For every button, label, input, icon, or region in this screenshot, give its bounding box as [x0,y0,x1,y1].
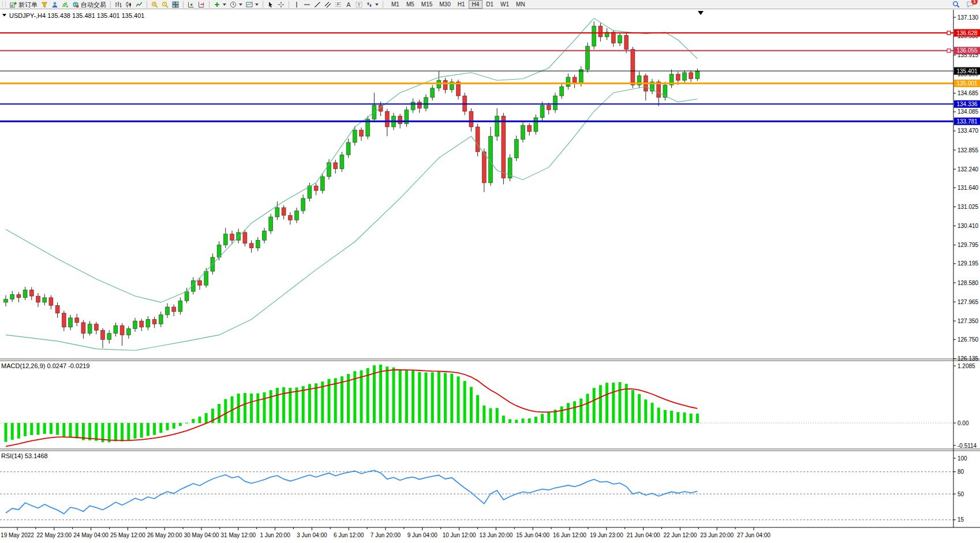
macd-bar [179,423,182,426]
candle-down [676,74,680,81]
chevron-down-icon[interactable] [239,3,242,6]
cursor-button[interactable] [265,1,276,9]
autotrading-button[interactable]: 自动交易 [70,1,108,9]
line-chart-button[interactable] [134,1,144,9]
time-tick-label[interactable]: 10 Jun 12:00 [443,532,476,538]
vertical-line-button[interactable] [291,1,302,9]
candle-up [514,139,518,158]
chart-shift-marker[interactable] [698,11,704,15]
time-tick-label[interactable]: 30 May 04:00 [184,532,219,538]
macd-bar [244,393,246,423]
time-tick-label[interactable]: 3 Jun 04:00 [297,532,327,538]
periods-button[interactable] [228,1,244,9]
level-edge-marker[interactable] [947,49,951,53]
candle-up [579,69,583,83]
timeframe-m30[interactable]: M30 [436,0,454,9]
time-tick-label[interactable]: 6 Jun 12:00 [334,532,364,538]
chevron-down-icon[interactable] [375,3,379,6]
macd-bar [690,414,693,423]
price-tick-label: 131.025 [957,204,979,210]
chevron-down-icon[interactable] [255,3,259,6]
candlesticks[interactable] [4,21,700,348]
candle-down [528,125,532,132]
macd-bar [173,423,175,429]
crosshair-button[interactable] [276,1,286,9]
timeframe-w1[interactable]: W1 [497,0,513,9]
candle-down [94,324,98,331]
text-icon: A [345,1,352,8]
symbol-dropdown-icon[interactable] [2,14,6,17]
timeframe-mn[interactable]: MN [513,0,529,9]
macd-bar [224,399,227,423]
horizontal-line-button[interactable] [302,1,312,9]
time-tick-label[interactable]: 19 Jun 23:00 [590,532,623,538]
funnel-button[interactable] [39,1,50,9]
indicators-button[interactable] [212,1,228,9]
time-tick-label[interactable]: 26 May 20:00 [147,532,182,538]
candle-down [140,321,144,327]
candle-down [469,111,473,127]
time-tick-label[interactable]: 16 Jun 12:00 [553,532,586,538]
macd-bar [579,399,582,423]
time-tick-label[interactable]: 23 Jun 20:00 [700,532,734,538]
time-tick-label[interactable]: 27 Jun 04:00 [737,532,770,538]
trendline-button[interactable] [312,1,323,9]
community-button[interactable] [50,1,60,9]
text-button[interactable]: A [343,1,354,9]
time-tick-label[interactable]: 22 Jun 12:00 [663,532,697,538]
candle-up [185,291,189,301]
zoom-in-button[interactable] [149,1,160,9]
timeframe-d1[interactable]: D1 [482,0,497,9]
macd-bar [586,394,589,423]
search-button[interactable] [952,0,960,9]
macd-bar [405,370,408,423]
candle-chart-button[interactable] [124,1,134,9]
timeframe-h1[interactable]: H1 [454,0,469,9]
chart-shift-button[interactable] [196,1,207,9]
timeframe-m5[interactable]: M5 [403,0,418,9]
text-label-button[interactable]: T [354,1,364,9]
time-tick-label[interactable]: 15 Jun 04:00 [516,532,549,538]
price-tick-label: 132.240 [957,166,979,173]
price-axis: 137.130136.530135.915135.300134.685134.0… [0,10,980,527]
time-tick-label[interactable]: 25 May 12:00 [110,532,145,538]
price-tick-label: 130.410 [957,223,979,229]
time-tick-label[interactable]: 1 Jun 20:00 [260,532,290,538]
fibonacci-button[interactable]: F [333,1,343,9]
chevron-down-icon[interactable] [223,3,226,6]
macd-axis-label: 0.00 [957,420,969,426]
timeframe-h4[interactable]: H4 [469,0,483,9]
tile-windows-button[interactable] [170,1,181,9]
chart-area[interactable]: 137.130136.530135.915135.300134.685134.0… [0,9,980,543]
time-tick-label[interactable]: 19 May 2022 [1,532,34,538]
time-tick-label[interactable]: 21 Jun 04:00 [627,532,660,538]
time-tick-label[interactable]: 24 May 04:00 [73,532,109,538]
notifications-button[interactable]: 1 [966,0,974,9]
level-edge-marker[interactable] [947,31,951,35]
zoom-out-button[interactable] [160,1,170,9]
new-order-button[interactable]: 新订单 [8,1,39,9]
templates-button[interactable] [244,1,260,9]
time-tick-label[interactable]: 9 Jun 04:00 [407,532,438,538]
auto-scroll-button[interactable] [186,1,196,9]
cursor-icon [267,1,274,8]
time-tick-label[interactable]: 13 Jun 20:00 [479,532,513,538]
toolbar-grip[interactable] [2,1,6,8]
channel-button[interactable] [323,1,333,9]
price-label-text: 134.336 [956,101,978,107]
macd-bar [282,387,285,423]
arrows-button[interactable] [364,1,380,9]
time-axis: 19 May 202222 May 23:0024 May 04:0025 Ma… [1,527,770,538]
timeframe-m15[interactable]: M15 [418,0,436,9]
bar-chart-button[interactable] [113,1,124,9]
candle-up [521,125,525,139]
time-tick-label[interactable]: 31 May 12:00 [220,532,256,538]
chart-title: USDJPY-,H4 135.438 135.481 135.401 135.4… [9,12,144,19]
macd-bar [392,368,395,423]
timeframe-m1[interactable]: M1 [388,0,403,9]
chart-canvas[interactable]: 137.130136.530135.915135.300134.685134.0… [0,9,980,543]
time-tick-label[interactable]: 22 May 23:00 [36,532,72,538]
price-tick-label: 134.085 [957,108,979,115]
signals-button[interactable] [60,1,70,9]
time-tick-label[interactable]: 7 Jun 20:00 [371,532,401,538]
